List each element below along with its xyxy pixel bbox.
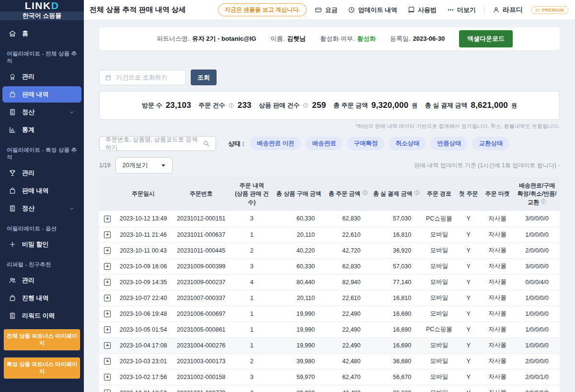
cell-order_no: 20231004-000276 — [171, 337, 231, 353]
sidebar-item-비밀-할인[interactable]: 비밀 할인 — [2, 236, 81, 253]
expand-row-button[interactable]: + — [104, 279, 111, 286]
cell-channel: PC쇼핑몰 — [422, 322, 456, 337]
sidebar-item-리워드-이력[interactable]: 리워드 이력 — [2, 308, 81, 324]
status-chip-배송완료-이전[interactable]: 배송완료 이전 — [250, 137, 301, 150]
cell-qty: 2 — [231, 353, 273, 369]
cell-date: 2023-10-12 13:49 — [115, 211, 171, 227]
topnav-item-요금[interactable]: 요금 — [315, 6, 337, 14]
cell-channel: 모바일 — [422, 353, 456, 369]
topnav-label: 더보기 — [457, 6, 476, 14]
cell-qty: 1 — [231, 322, 273, 337]
cell-qty: 2 — [231, 242, 273, 258]
sidebar-mypage-button-1[interactable]: 전체 상품 파트너스 마이페이지 — [4, 329, 80, 350]
table-row: +2023-10-09 16:0620231009-000399360,3306… — [99, 258, 560, 274]
username: 라프디 — [503, 6, 523, 14]
expand-row-button[interactable]: + — [104, 390, 111, 392]
stat-상품-판매-건수: 상품 판매 건수259 — [259, 101, 326, 110]
expand-row-button[interactable]: + — [104, 231, 111, 238]
table-row: +2023-10-03 23:0120231003-000173239,9804… — [99, 353, 560, 369]
stat-value: 233 — [238, 101, 252, 110]
cell-market: 자사몰 — [481, 211, 514, 227]
cell-channel: 모바일 — [422, 385, 456, 392]
column-header-order_amt: 총 주문 금액 — [325, 177, 371, 211]
card-icon — [315, 6, 322, 13]
user-menu[interactable]: 라프디 — [493, 6, 523, 14]
lookup-button[interactable]: 조회 — [191, 69, 217, 85]
sidebar-item-판매-내역[interactable]: 판매 내역 — [2, 86, 81, 103]
date-range-input[interactable]: 기간으로 조회하기 — [99, 70, 186, 85]
column-label: 주문일시 — [132, 190, 155, 197]
sidebar-mypage-button-2[interactable]: 특정 상품 파트너스 마이페이지 — [4, 357, 80, 379]
cell-paid: 36,920 — [371, 242, 422, 258]
status-chip-취소상태[interactable]: 취소상태 — [389, 137, 426, 150]
cell-paid: 57,030 — [371, 211, 422, 227]
expand-row-button[interactable]: + — [104, 374, 111, 380]
per-page-select[interactable]: 20개보기 — [115, 157, 172, 173]
calculator-icon — [9, 312, 16, 320]
cell-status: 1/0/0/0/0 — [514, 322, 560, 337]
sidebar-item-관리[interactable]: 관리 — [2, 272, 81, 288]
status-chip-구매확정[interactable]: 구매확정 — [347, 137, 384, 150]
status-chip-교환상태[interactable]: 교환상태 — [472, 137, 509, 150]
topnav-item-더보기[interactable]: 더보기 — [447, 6, 476, 14]
calendar-icon — [105, 74, 112, 81]
cell-paid: 57,030 — [371, 258, 422, 274]
topnav-item-사용법[interactable]: 사용법 — [408, 6, 437, 14]
order-search-input[interactable]: 주문번호, 상품명, 상품코드로 검색하기 — [99, 136, 216, 151]
expand-row-button[interactable]: + — [104, 326, 111, 333]
stat-label: 상품 판매 건수 — [259, 101, 299, 110]
sidebar-section-label: 어필리에이트 - 특정 상품 추적 — [0, 139, 84, 163]
expand-row-button[interactable]: + — [104, 263, 111, 270]
cell-date: 2023-10-04 17:08 — [115, 337, 171, 353]
cell-purchase: 19,990 — [272, 306, 325, 322]
sidebar-item-정산[interactable]: 정산 — [2, 200, 81, 217]
cell-first: Y — [457, 290, 481, 306]
sidebar-item-정산[interactable]: 정산 — [2, 104, 81, 120]
expand-row-button[interactable]: + — [104, 247, 111, 254]
expand-row-button[interactable]: + — [104, 358, 111, 365]
topnav-item-업데이트-내역[interactable]: 업데이트 내역 — [348, 6, 397, 14]
sidebar-item-label: 판매 내역 — [22, 186, 49, 195]
chevron-down-icon — [69, 206, 75, 212]
cell-date: 2023-10-09 14:35 — [115, 274, 171, 290]
table-head: 주문일시주문번호주문 내역(상품 판매 건수)총 상품 구매 금액총 주문 금액… — [99, 177, 560, 211]
brand-logo[interactable]: LINKD — [0, 0, 84, 12]
cell-channel: PC쇼핑몰 — [422, 211, 456, 227]
cell-market: 자사몰 — [481, 242, 514, 258]
expand-row-button[interactable]: + — [104, 295, 111, 301]
cell-purchase: 60,330 — [272, 258, 325, 274]
sidebar-item-label: 정산 — [22, 204, 34, 213]
cell-order_no: 20231009-000237 — [171, 274, 231, 290]
sidebar-section-label: 리퍼럴 - 친구추천 — [0, 254, 84, 271]
cell-first: Y — [457, 258, 481, 274]
cell-first: Y — [457, 369, 481, 385]
active-status-field: 활성화 여부.활성화 — [320, 35, 376, 43]
status-chip-반품상태[interactable]: 반품상태 — [430, 137, 468, 150]
cell-first: Y — [457, 306, 481, 322]
cell-order_amt: 62,830 — [325, 258, 371, 274]
expand-row-button[interactable]: + — [104, 216, 111, 222]
status-chip-배송완료[interactable]: 배송완료 — [305, 137, 343, 150]
crown-icon — [535, 8, 540, 12]
cell-date: 2023-10-05 01:54 — [115, 322, 171, 337]
info-icon — [303, 103, 309, 108]
expand-row-button[interactable]: + — [104, 311, 111, 317]
sidebar-item-통계[interactable]: 통계 — [2, 122, 81, 138]
cell-status: 1/0/0/0/0 — [514, 337, 560, 353]
expand-row-button[interactable]: + — [104, 342, 111, 349]
cell-order_amt: 62,830 — [325, 211, 371, 227]
cell-paid: 36,680 — [371, 353, 422, 369]
status-filter-label: 상태 : — [228, 139, 244, 148]
cell-date: 2023-10-11 00:43 — [115, 242, 171, 258]
sidebar-item-관리[interactable]: 관리 — [2, 69, 81, 85]
sidebar-item-판매-내역[interactable]: 판매 내역 — [2, 183, 81, 199]
sidebar-item-홈[interactable]: 홈 — [2, 25, 81, 42]
cell-paid: 16,690 — [371, 337, 422, 353]
sidebar-item-진행-내역[interactable]: 진행 내역 — [2, 290, 81, 306]
excel-download-button[interactable]: 엑셀다운로드 — [459, 30, 513, 47]
column-label: 주문 경로 — [427, 190, 451, 197]
cell-qty: 3 — [231, 258, 273, 274]
summary-note: *하단의 판매 내역 데이터 기반으로 합계해서 표기됩니다. 취소, 환불내역… — [99, 123, 560, 130]
sidebar-item-관리[interactable]: 관리 — [2, 165, 81, 181]
cell-first: Y — [457, 227, 481, 242]
